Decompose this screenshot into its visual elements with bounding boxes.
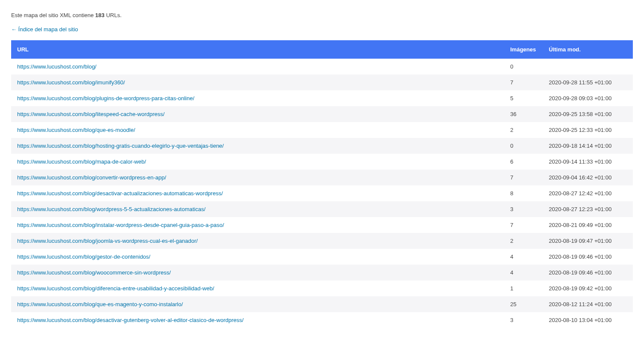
cell-url: https://www.lucushost.com/blog/gestor-de…: [11, 249, 504, 265]
table-row: https://www.lucushost.com/blog/litespeed…: [11, 106, 633, 122]
url-link[interactable]: https://www.lucushost.com/blog/que-es-ma…: [17, 301, 183, 307]
cell-images: 7: [504, 170, 543, 185]
cell-last-mod: 2020-09-28 11:55 +01:00: [543, 75, 633, 90]
cell-url: https://www.lucushost.com/blog/plugins-d…: [11, 90, 504, 106]
cell-url: https://www.lucushost.com/blog/joomla-vs…: [11, 233, 504, 249]
cell-url: https://www.lucushost.com/blog/woocommer…: [11, 265, 504, 280]
cell-last-mod: 2020-08-19 09:42 +01:00: [543, 280, 633, 296]
cell-images: 4: [504, 249, 543, 265]
url-link[interactable]: https://www.lucushost.com/blog/imunify36…: [17, 79, 125, 86]
url-link[interactable]: https://www.lucushost.com/blog/: [17, 63, 96, 70]
url-link[interactable]: https://www.lucushost.com/blog/plugins-d…: [17, 95, 194, 101]
url-link[interactable]: https://www.lucushost.com/blog/woocommer…: [17, 269, 171, 276]
table-row: https://www.lucushost.com/blog/joomla-vs…: [11, 233, 633, 249]
cell-images: 0: [504, 59, 543, 75]
cell-images: 2: [504, 122, 543, 138]
cell-last-mod: 2020-09-04 16:42 +01:00: [543, 170, 633, 185]
cell-url: https://www.lucushost.com/blog/desactiva…: [11, 185, 504, 201]
table-row: https://www.lucushost.com/blog/que-es-ma…: [11, 296, 633, 312]
table-row: https://www.lucushost.com/blog/hosting-g…: [11, 138, 633, 154]
cell-last-mod: 2020-08-12 11:24 +01:00: [543, 296, 633, 312]
cell-url: https://www.lucushost.com/blog/desactiva…: [11, 312, 504, 328]
cell-images: 8: [504, 185, 543, 201]
cell-images: 7: [504, 217, 543, 233]
table-row: https://www.lucushost.com/blog/plugins-d…: [11, 90, 633, 106]
cell-url: https://www.lucushost.com/blog/wordpress…: [11, 201, 504, 217]
cell-images: 25: [504, 296, 543, 312]
table-row: https://www.lucushost.com/blog/imunify36…: [11, 75, 633, 90]
header-last-mod[interactable]: Última mod.: [543, 40, 633, 59]
table-row: https://www.lucushost.com/blog/desactiva…: [11, 312, 633, 328]
cell-images: 5: [504, 90, 543, 106]
cell-last-mod: 2020-09-14 11:33 +01:00: [543, 154, 633, 170]
table-header-row: URL Imágenes Última mod.: [11, 40, 633, 59]
cell-images: 3: [504, 201, 543, 217]
cell-url: https://www.lucushost.com/blog/mapa-de-c…: [11, 154, 504, 170]
intro-count: 183: [95, 12, 105, 18]
cell-images: 1: [504, 280, 543, 296]
sitemap-intro: Este mapa del sitio XML contiene 183 URL…: [11, 12, 633, 18]
cell-last-mod: 2020-09-28 09:03 +01:00: [543, 90, 633, 106]
table-row: https://www.lucushost.com/blog/woocommer…: [11, 265, 633, 280]
url-link[interactable]: https://www.lucushost.com/blog/que-es-mo…: [17, 127, 135, 133]
cell-url: https://www.lucushost.com/blog/instalar-…: [11, 217, 504, 233]
cell-url: https://www.lucushost.com/blog/convertir…: [11, 170, 504, 185]
table-row: https://www.lucushost.com/blog/instalar-…: [11, 217, 633, 233]
cell-last-mod: 2020-08-10 13:04 +01:00: [543, 312, 633, 328]
intro-prefix: Este mapa del sitio XML contiene: [11, 12, 95, 18]
cell-last-mod: 2020-09-25 12:33 +01:00: [543, 122, 633, 138]
cell-url: https://www.lucushost.com/blog/litespeed…: [11, 106, 504, 122]
cell-last-mod: 2020-08-19 09:47 +01:00: [543, 233, 633, 249]
cell-last-mod: 2020-08-27 12:42 +01:00: [543, 185, 633, 201]
cell-url: https://www.lucushost.com/blog/que-es-ma…: [11, 296, 504, 312]
cell-images: 0: [504, 138, 543, 154]
cell-last-mod: [543, 59, 633, 75]
cell-last-mod: 2020-08-27 12:23 +01:00: [543, 201, 633, 217]
table-row: https://www.lucushost.com/blog/que-es-mo…: [11, 122, 633, 138]
url-link[interactable]: https://www.lucushost.com/blog/diferenci…: [17, 285, 214, 292]
cell-url: https://www.lucushost.com/blog/hosting-g…: [11, 138, 504, 154]
table-row: https://www.lucushost.com/blog/gestor-de…: [11, 249, 633, 265]
table-row: https://www.lucushost.com/blog/convertir…: [11, 170, 633, 185]
intro-suffix: URLs.: [105, 12, 122, 18]
cell-last-mod: 2020-08-21 09:49 +01:00: [543, 217, 633, 233]
cell-images: 4: [504, 265, 543, 280]
url-link[interactable]: https://www.lucushost.com/blog/litespeed…: [17, 111, 165, 117]
table-row: https://www.lucushost.com/blog/mapa-de-c…: [11, 154, 633, 170]
table-row: https://www.lucushost.com/blog/diferenci…: [11, 280, 633, 296]
cell-images: 36: [504, 106, 543, 122]
url-link[interactable]: https://www.lucushost.com/blog/gestor-de…: [17, 253, 150, 260]
cell-last-mod: 2020-08-19 09:46 +01:00: [543, 265, 633, 280]
cell-last-mod: 2020-09-25 13:58 +01:00: [543, 106, 633, 122]
url-link[interactable]: https://www.lucushost.com/blog/joomla-vs…: [17, 238, 198, 244]
cell-images: 3: [504, 312, 543, 328]
cell-url: https://www.lucushost.com/blog/imunify36…: [11, 75, 504, 90]
url-link[interactable]: https://www.lucushost.com/blog/instalar-…: [17, 222, 224, 228]
cell-images: 2: [504, 233, 543, 249]
url-link[interactable]: https://www.lucushost.com/blog/mapa-de-c…: [17, 158, 146, 165]
sitemap-table: URL Imágenes Última mod. https://www.luc…: [11, 40, 633, 328]
cell-url: https://www.lucushost.com/blog/: [11, 59, 504, 75]
url-link[interactable]: https://www.lucushost.com/blog/convertir…: [17, 174, 166, 181]
cell-url: https://www.lucushost.com/blog/que-es-mo…: [11, 122, 504, 138]
cell-images: 6: [504, 154, 543, 170]
url-link[interactable]: https://www.lucushost.com/blog/wordpress…: [17, 206, 205, 212]
table-row: https://www.lucushost.com/blog/wordpress…: [11, 201, 633, 217]
cell-last-mod: 2020-09-18 14:14 +01:00: [543, 138, 633, 154]
table-row: https://www.lucushost.com/blog/desactiva…: [11, 185, 633, 201]
cell-images: 7: [504, 75, 543, 90]
cell-url: https://www.lucushost.com/blog/diferenci…: [11, 280, 504, 296]
back-to-index-link[interactable]: ← Índice del mapa del sitio: [11, 26, 78, 33]
url-link[interactable]: https://www.lucushost.com/blog/hosting-g…: [17, 143, 224, 149]
url-link[interactable]: https://www.lucushost.com/blog/desactiva…: [17, 190, 223, 197]
url-link[interactable]: https://www.lucushost.com/blog/desactiva…: [17, 317, 244, 323]
table-row: https://www.lucushost.com/blog/0: [11, 59, 633, 75]
cell-last-mod: 2020-08-19 09:46 +01:00: [543, 249, 633, 265]
header-url[interactable]: URL: [11, 40, 504, 59]
header-images[interactable]: Imágenes: [504, 40, 543, 59]
